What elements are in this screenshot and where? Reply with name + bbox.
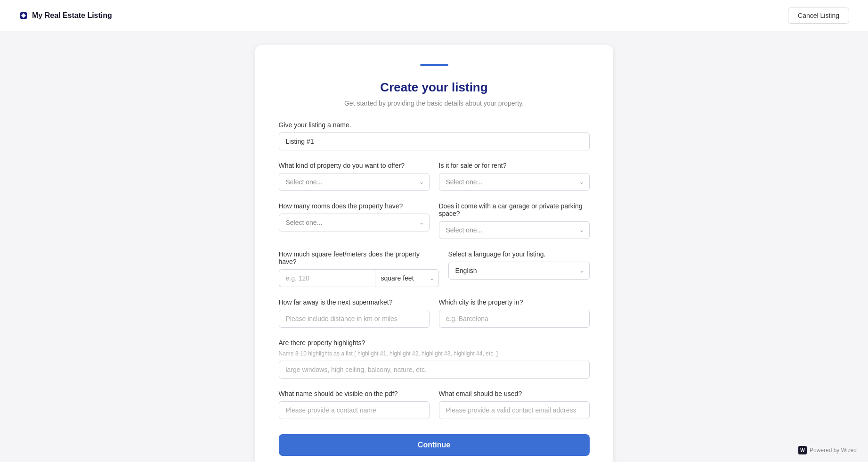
highlights-hint: Name 3-10 highlights as a list [ highlig… <box>279 350 590 357</box>
sqft-label: How much square feet/meters does the pro… <box>279 250 439 265</box>
highlights-group: Are there property highlights? Name 3-10… <box>279 339 590 379</box>
language-select[interactable]: English Spanish French German <box>448 262 590 280</box>
property-type-group: What kind of property do you want to off… <box>279 162 430 191</box>
brand-icon <box>19 11 28 20</box>
progress-bar <box>420 64 448 66</box>
email-group: What email should be used? <box>439 390 590 419</box>
supermarket-label: How far away is the next supermarket? <box>279 298 430 306</box>
main-content: Create your listing Get started by provi… <box>0 31 868 462</box>
brand: My Real Estate Listing <box>19 11 112 20</box>
sqft-input-group: square feet square meters ⌄ <box>279 269 439 287</box>
footer: W Powered by Wized <box>798 446 857 454</box>
property-type-label: What kind of property do you want to off… <box>279 162 430 169</box>
sqft-unit-select-wrapper: square feet square meters ⌄ <box>375 269 439 287</box>
property-type-row: What kind of property do you want to off… <box>279 162 590 191</box>
rooms-label: How many rooms does the property have? <box>279 202 430 210</box>
parking-label: Does it come with a car garage or privat… <box>439 202 590 217</box>
pdf-name-group: What name should be visible on the pdf? <box>279 390 430 419</box>
rooms-select-wrapper: Select one... ⌄ <box>279 214 430 231</box>
sqft-number-input[interactable] <box>279 269 375 287</box>
sale-rent-select[interactable]: Select one... <box>439 173 590 191</box>
rooms-group: How many rooms does the property have? S… <box>279 202 430 239</box>
city-group: Which city is the property in? <box>439 298 590 328</box>
listing-form-card: Create your listing Get started by provi… <box>255 45 613 462</box>
supermarket-city-row: How far away is the next supermarket? Wh… <box>279 298 590 328</box>
page-title: Create your listing <box>279 80 590 95</box>
cancel-listing-button[interactable]: Cancel Listing <box>788 8 849 24</box>
language-group: Select a language for your listing. Engl… <box>448 250 590 287</box>
rooms-parking-row: How many rooms does the property have? S… <box>279 202 590 239</box>
parking-select[interactable]: Select one... <box>439 221 590 239</box>
rooms-select[interactable]: Select one... <box>279 214 430 231</box>
language-label: Select a language for your listing. <box>448 250 590 258</box>
property-type-select[interactable]: Select one... <box>279 173 430 191</box>
page-subtitle: Get started by providing the basic detai… <box>279 99 590 107</box>
sale-rent-label: Is it for sale or for rent? <box>439 162 590 169</box>
city-input[interactable] <box>439 310 590 328</box>
sale-rent-select-wrapper: Select one... ⌄ <box>439 173 590 191</box>
sqft-language-row: How much square feet/meters does the pro… <box>279 250 590 287</box>
powered-by-text: Powered by Wized <box>810 447 857 454</box>
highlights-label: Are there property highlights? <box>279 339 590 346</box>
listing-name-label: Give your listing a name. <box>279 121 590 129</box>
parking-group: Does it come with a car garage or privat… <box>439 202 590 239</box>
parking-select-wrapper: Select one... ⌄ <box>439 221 590 239</box>
continue-button[interactable]: Continue <box>279 434 590 456</box>
header: My Real Estate Listing Cancel Listing <box>0 0 868 31</box>
listing-name-group: Give your listing a name. <box>279 121 590 150</box>
email-label: What email should be used? <box>439 390 590 397</box>
supermarket-group: How far away is the next supermarket? <box>279 298 430 328</box>
city-label: Which city is the property in? <box>439 298 590 306</box>
highlights-input[interactable] <box>279 361 590 379</box>
pdf-email-row: What name should be visible on the pdf? … <box>279 390 590 419</box>
sale-rent-group: Is it for sale or for rent? Select one..… <box>439 162 590 191</box>
email-input[interactable] <box>439 401 590 419</box>
progress-bar-container <box>279 64 590 66</box>
sqft-unit-select[interactable]: square feet square meters <box>375 269 439 287</box>
property-type-select-wrapper: Select one... ⌄ <box>279 173 430 191</box>
listing-name-input[interactable] <box>279 132 590 150</box>
supermarket-input[interactable] <box>279 310 430 328</box>
pdf-name-input[interactable] <box>279 401 430 419</box>
sqft-group: How much square feet/meters does the pro… <box>279 250 439 287</box>
brand-name: My Real Estate Listing <box>32 11 112 20</box>
language-select-wrapper: English Spanish French German ⌄ <box>448 262 590 280</box>
wized-logo-icon: W <box>798 446 807 454</box>
pdf-name-label: What name should be visible on the pdf? <box>279 390 430 397</box>
